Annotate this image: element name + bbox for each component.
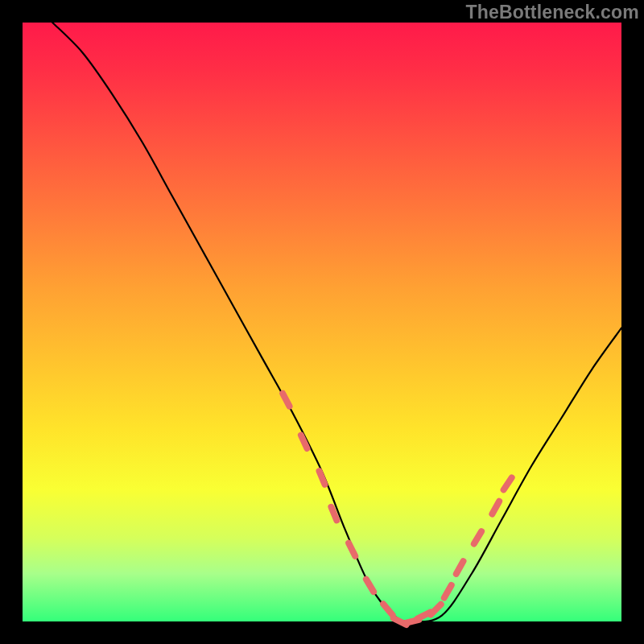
curve-marker xyxy=(349,543,355,556)
curve-marker xyxy=(331,507,336,521)
curve-marker xyxy=(456,561,464,574)
curve-marker xyxy=(474,531,481,543)
curve-marker xyxy=(320,471,325,485)
watermark-text: TheBottleneck.com xyxy=(465,2,639,23)
watermark-area: TheBottleneck.com xyxy=(0,0,644,23)
curve-marker xyxy=(283,394,289,407)
curve-marker xyxy=(431,605,441,615)
curve-marker xyxy=(492,502,499,514)
bottleneck-curve-path xyxy=(52,23,621,621)
curve-marker xyxy=(444,585,452,598)
chart-plot-area xyxy=(23,23,621,621)
curve-marker xyxy=(366,580,374,592)
marker-group xyxy=(283,394,511,625)
bottleneck-curve-svg xyxy=(23,23,621,621)
curve-marker xyxy=(504,477,512,489)
curve-marker xyxy=(383,604,393,615)
